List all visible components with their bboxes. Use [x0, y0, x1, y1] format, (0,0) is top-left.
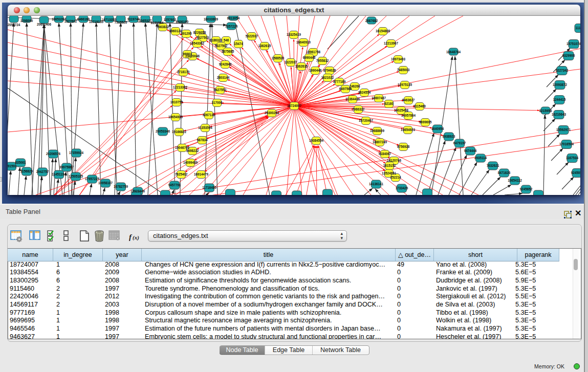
svg-text:12213382: 12213382	[173, 85, 188, 89]
svg-text:12213967: 12213967	[384, 41, 399, 45]
svg-text:9119744: 9119744	[127, 17, 140, 21]
svg-text:14136141: 14136141	[369, 182, 384, 186]
svg-text:39975867: 39975867	[59, 165, 74, 169]
svg-text:9242848: 9242848	[219, 62, 232, 66]
svg-text:7955812: 7955812	[316, 59, 329, 62]
svg-text:16154808: 16154808	[376, 29, 390, 33]
svg-text:10973493: 10973493	[391, 57, 406, 61]
svg-text:9327502: 9327502	[215, 44, 228, 48]
svg-text:16543362: 16543362	[190, 41, 205, 45]
svg-text:1167534: 1167534	[566, 156, 579, 160]
svg-text:1527602: 1527602	[64, 19, 77, 23]
svg-text:7625402: 7625402	[175, 172, 188, 176]
svg-text:9474444: 9474444	[464, 149, 477, 152]
svg-text:17957225: 17957225	[85, 177, 100, 181]
svg-text:6497568: 6497568	[339, 87, 352, 91]
svg-text:15592971: 15592971	[556, 128, 571, 132]
svg-text:11123: 11123	[576, 26, 580, 30]
svg-text:17359924: 17359924	[69, 151, 84, 155]
svg-text:391591: 391591	[8, 164, 17, 168]
svg-text:1610755: 1610755	[170, 100, 183, 104]
svg-text:14957864: 14957864	[401, 114, 416, 117]
svg-text:5322037: 5322037	[246, 34, 258, 38]
svg-text:9463627: 9463627	[402, 98, 415, 102]
svg-text:10654112: 10654112	[508, 179, 522, 182]
svg-text:15474: 15474	[234, 42, 243, 46]
svg-text:6406160: 6406160	[176, 20, 189, 24]
svg-text:15720407: 15720407	[359, 119, 374, 122]
svg-text:9457791: 9457791	[168, 183, 181, 187]
svg-text:2942757: 2942757	[36, 170, 49, 173]
svg-text:2935114: 2935114	[474, 156, 487, 160]
svg-text:26053346: 26053346	[156, 129, 170, 133]
svg-text:7485003: 7485003	[397, 68, 410, 72]
svg-text:8813054: 8813054	[227, 16, 240, 20]
svg-text:8960124: 8960124	[169, 29, 182, 33]
svg-text:16033809: 16033809	[204, 17, 219, 21]
svg-text:587834: 587834	[197, 138, 208, 142]
svg-text:1990448: 1990448	[309, 69, 322, 72]
svg-text:16914479: 16914479	[194, 172, 209, 176]
svg-text:9184067: 9184067	[379, 152, 391, 156]
svg-text:1640954: 1640954	[431, 127, 444, 130]
svg-text:7632621: 7632621	[487, 164, 499, 167]
svg-text:11451194: 11451194	[52, 172, 66, 176]
svg-text:12923446: 12923446	[130, 189, 145, 193]
svg-text:10688609: 10688609	[370, 129, 385, 133]
svg-text:12093872: 12093872	[553, 83, 568, 86]
svg-text:2687682: 2687682	[365, 19, 378, 23]
svg-text:10958107: 10958107	[98, 181, 113, 185]
svg-text:25300263: 25300263	[265, 111, 279, 115]
svg-text:546: 546	[224, 38, 229, 42]
svg-text:18724007: 18724007	[287, 104, 302, 107]
svg-text:5498222: 5498222	[186, 149, 199, 152]
svg-text:10025458: 10025458	[394, 108, 409, 112]
svg-text:8215958: 8215958	[539, 109, 552, 113]
svg-text:252214: 252214	[390, 176, 401, 179]
svg-text:10807487: 10807487	[372, 96, 386, 100]
svg-text:6466160: 6466160	[77, 17, 90, 21]
svg-text:8131054: 8131054	[151, 21, 164, 25]
svg-text:13654923: 13654923	[401, 128, 416, 132]
svg-text:9329906: 9329906	[562, 54, 575, 57]
svg-text:6990448: 6990448	[303, 56, 316, 59]
svg-text:7357224: 7357224	[225, 25, 238, 28]
svg-text:13325419: 13325419	[287, 33, 301, 36]
svg-text:2718170: 2718170	[177, 70, 190, 74]
svg-text:9245652: 9245652	[520, 187, 533, 191]
svg-text:f: f	[129, 233, 133, 241]
svg-text:9699695: 9699695	[419, 120, 432, 124]
svg-text:3875685: 3875685	[222, 50, 234, 53]
svg-text:19384554: 19384554	[309, 139, 324, 142]
svg-text:7986322: 7986322	[352, 107, 365, 111]
svg-text:16210643: 16210643	[552, 113, 567, 116]
svg-text:19654935: 19654935	[168, 115, 183, 119]
svg-text:2803144: 2803144	[217, 76, 230, 79]
svg-text:18807249: 18807249	[373, 140, 387, 144]
svg-text:11716485: 11716485	[202, 186, 216, 189]
svg-text:9777169: 9777169	[333, 80, 346, 83]
svg-text:6794028: 6794028	[323, 69, 336, 72]
svg-text:21364436: 21364436	[345, 97, 360, 101]
svg-text:9427552: 9427552	[214, 88, 227, 92]
svg-text:13524851: 13524851	[382, 171, 397, 175]
svg-text:17016504: 17016504	[559, 142, 574, 146]
svg-text:15751074: 15751074	[567, 42, 580, 46]
svg-text:8226058: 8226058	[193, 31, 206, 34]
svg-text:835061: 835061	[15, 161, 26, 164]
svg-text:20691406: 20691406	[37, 23, 52, 26]
svg-text:6479197: 6479197	[453, 141, 466, 145]
svg-text:7663822: 7663822	[157, 25, 169, 29]
svg-text:1298090: 1298090	[20, 19, 33, 23]
svg-text:12975135: 12975135	[398, 83, 412, 86]
svg-text:1588520: 1588520	[272, 56, 285, 60]
svg-text:8471626: 8471626	[498, 171, 511, 174]
svg-text:2055724: 2055724	[8, 23, 20, 27]
svg-text:1615152: 1615152	[383, 164, 396, 167]
svg-text:1065327: 1065327	[139, 19, 152, 23]
svg-text:891295: 891295	[181, 32, 192, 35]
svg-text:3267130: 3267130	[203, 113, 215, 117]
svg-text:16648784: 16648784	[446, 50, 461, 54]
svg-text:14120746: 14120746	[387, 159, 402, 162]
svg-text:8186323: 8186323	[210, 38, 223, 42]
